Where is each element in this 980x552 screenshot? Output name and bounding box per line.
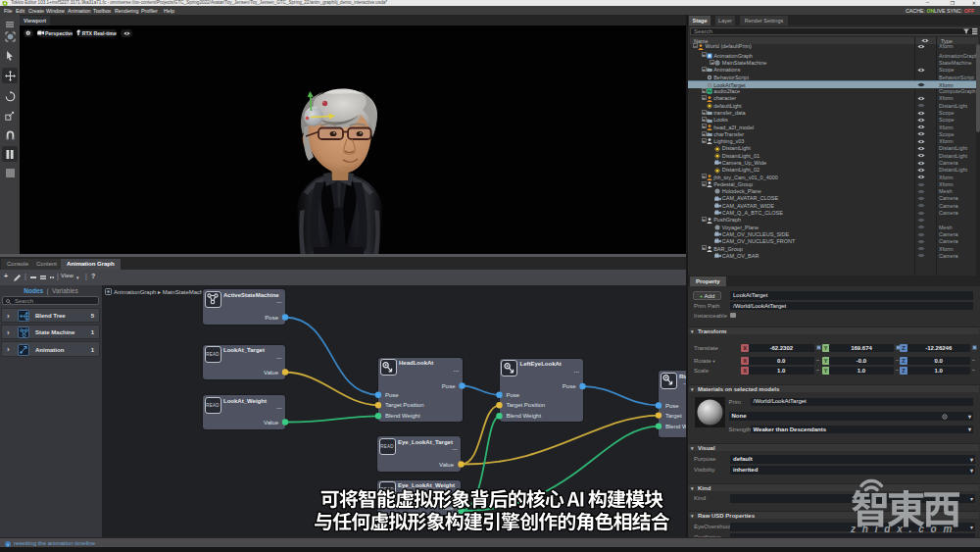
svg-text:zhidx.com: zhidx.com <box>850 524 958 534</box>
